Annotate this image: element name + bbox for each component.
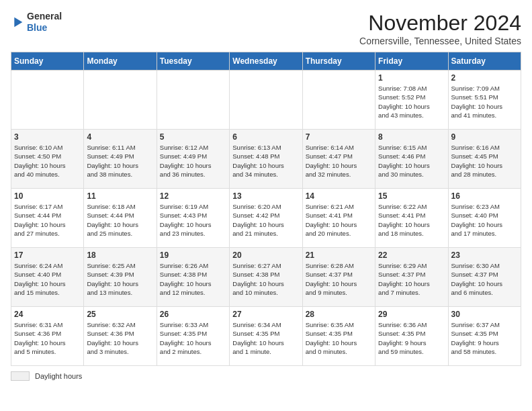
logo: General Blue	[11, 11, 62, 34]
legend-box	[11, 371, 30, 381]
day-number: 8	[378, 132, 445, 142]
calendar-day-header: Monday	[84, 52, 157, 71]
day-number: 14	[306, 191, 372, 201]
calendar-cell: 28Sunrise: 6:35 AM Sunset: 4:35 PM Dayli…	[302, 307, 375, 366]
day-number: 22	[378, 250, 445, 260]
calendar-cell: 17Sunrise: 6:24 AM Sunset: 4:40 PM Dayli…	[11, 248, 84, 307]
day-number: 19	[160, 250, 226, 260]
calendar-cell: 3Sunrise: 6:10 AM Sunset: 4:50 PM Daylig…	[11, 130, 84, 189]
svg-marker-0	[14, 17, 22, 27]
calendar-day-header: Tuesday	[157, 52, 229, 71]
day-info: Sunrise: 6:16 AM Sunset: 4:45 PM Dayligh…	[451, 143, 518, 179]
calendar-cell: 7Sunrise: 6:14 AM Sunset: 4:47 PM Daylig…	[302, 130, 375, 189]
logo-icon	[11, 15, 24, 29]
logo-text: General Blue	[27, 11, 62, 34]
day-number: 21	[306, 250, 372, 260]
day-number: 15	[378, 191, 445, 201]
calendar-cell: 1Sunrise: 7:08 AM Sunset: 5:52 PM Daylig…	[375, 71, 448, 130]
day-number: 1	[378, 73, 445, 83]
month-title: November 2024	[359, 11, 521, 36]
day-number: 12	[160, 191, 226, 201]
day-info: Sunrise: 7:09 AM Sunset: 5:51 PM Dayligh…	[451, 84, 518, 120]
calendar-day-header: Sunday	[11, 52, 84, 71]
day-number: 7	[306, 132, 372, 142]
calendar-table: SundayMondayTuesdayWednesdayThursdayFrid…	[11, 52, 521, 366]
calendar-cell	[302, 71, 375, 130]
calendar-week-row: 17Sunrise: 6:24 AM Sunset: 4:40 PM Dayli…	[11, 248, 521, 307]
day-number: 13	[232, 191, 299, 201]
day-number: 18	[87, 250, 153, 260]
day-info: Sunrise: 6:14 AM Sunset: 4:47 PM Dayligh…	[306, 143, 372, 179]
day-info: Sunrise: 6:34 AM Sunset: 4:35 PM Dayligh…	[232, 320, 299, 356]
calendar-day-header: Saturday	[448, 52, 521, 71]
day-number: 29	[378, 310, 445, 319]
page-header: General Blue November 2024 Cornersville,…	[11, 11, 521, 46]
calendar-cell: 11Sunrise: 6:18 AM Sunset: 4:44 PM Dayli…	[84, 189, 157, 248]
day-number: 25	[87, 310, 153, 319]
day-number: 27	[232, 310, 299, 319]
calendar-cell: 9Sunrise: 6:16 AM Sunset: 4:45 PM Daylig…	[448, 130, 521, 189]
day-info: Sunrise: 6:11 AM Sunset: 4:49 PM Dayligh…	[87, 143, 153, 179]
calendar-day-header: Thursday	[302, 52, 375, 71]
calendar-cell: 15Sunrise: 6:22 AM Sunset: 4:41 PM Dayli…	[375, 189, 448, 248]
calendar-cell: 23Sunrise: 6:30 AM Sunset: 4:37 PM Dayli…	[448, 248, 521, 307]
day-number: 30	[451, 310, 518, 319]
calendar-cell: 22Sunrise: 6:29 AM Sunset: 4:37 PM Dayli…	[375, 248, 448, 307]
day-info: Sunrise: 6:18 AM Sunset: 4:44 PM Dayligh…	[87, 202, 153, 238]
day-number: 9	[451, 132, 518, 142]
title-block: November 2024 Cornersville, Tennessee, U…	[359, 11, 521, 46]
calendar-cell: 8Sunrise: 6:15 AM Sunset: 4:46 PM Daylig…	[375, 130, 448, 189]
calendar-header-row: SundayMondayTuesdayWednesdayThursdayFrid…	[11, 52, 521, 71]
calendar-cell: 19Sunrise: 6:26 AM Sunset: 4:38 PM Dayli…	[157, 248, 229, 307]
calendar-cell: 27Sunrise: 6:34 AM Sunset: 4:35 PM Dayli…	[230, 307, 302, 366]
day-info: Sunrise: 6:37 AM Sunset: 4:35 PM Dayligh…	[451, 320, 518, 356]
calendar-cell: 24Sunrise: 6:31 AM Sunset: 4:36 PM Dayli…	[11, 307, 84, 366]
location: Cornersville, Tennessee, United States	[359, 36, 521, 46]
calendar-cell: 16Sunrise: 6:23 AM Sunset: 4:40 PM Dayli…	[448, 189, 521, 248]
day-number: 6	[232, 132, 299, 142]
day-number: 5	[160, 132, 226, 142]
day-number: 28	[306, 310, 372, 319]
day-info: Sunrise: 6:33 AM Sunset: 4:35 PM Dayligh…	[160, 320, 226, 356]
calendar-cell: 13Sunrise: 6:20 AM Sunset: 4:42 PM Dayli…	[230, 189, 302, 248]
day-info: Sunrise: 6:24 AM Sunset: 4:40 PM Dayligh…	[14, 261, 81, 297]
calendar-cell: 20Sunrise: 6:27 AM Sunset: 4:38 PM Dayli…	[230, 248, 302, 307]
day-info: Sunrise: 6:12 AM Sunset: 4:49 PM Dayligh…	[160, 143, 226, 179]
calendar-cell: 18Sunrise: 6:25 AM Sunset: 4:39 PM Dayli…	[84, 248, 157, 307]
day-number: 24	[14, 310, 81, 319]
calendar-cell: 5Sunrise: 6:12 AM Sunset: 4:49 PM Daylig…	[157, 130, 229, 189]
calendar-week-row: 10Sunrise: 6:17 AM Sunset: 4:44 PM Dayli…	[11, 189, 521, 248]
legend: Daylight hours	[11, 371, 521, 381]
day-number: 4	[87, 132, 153, 142]
calendar-cell: 26Sunrise: 6:33 AM Sunset: 4:35 PM Dayli…	[157, 307, 229, 366]
day-info: Sunrise: 6:10 AM Sunset: 4:50 PM Dayligh…	[14, 143, 81, 179]
day-info: Sunrise: 6:35 AM Sunset: 4:35 PM Dayligh…	[306, 320, 372, 356]
calendar-cell: 12Sunrise: 6:19 AM Sunset: 4:43 PM Dayli…	[157, 189, 229, 248]
day-info: Sunrise: 6:27 AM Sunset: 4:38 PM Dayligh…	[232, 261, 299, 297]
day-number: 16	[451, 191, 518, 201]
day-number: 26	[160, 310, 226, 319]
calendar-week-row: 24Sunrise: 6:31 AM Sunset: 4:36 PM Dayli…	[11, 307, 521, 366]
day-info: Sunrise: 6:31 AM Sunset: 4:36 PM Dayligh…	[14, 320, 81, 356]
day-info: Sunrise: 6:25 AM Sunset: 4:39 PM Dayligh…	[87, 261, 153, 297]
day-info: Sunrise: 6:20 AM Sunset: 4:42 PM Dayligh…	[232, 202, 299, 238]
day-info: Sunrise: 6:26 AM Sunset: 4:38 PM Dayligh…	[160, 261, 226, 297]
calendar-day-header: Wednesday	[230, 52, 302, 71]
calendar-cell	[11, 71, 84, 130]
calendar-cell: 29Sunrise: 6:36 AM Sunset: 4:35 PM Dayli…	[375, 307, 448, 366]
calendar-cell: 10Sunrise: 6:17 AM Sunset: 4:44 PM Dayli…	[11, 189, 84, 248]
calendar-cell	[230, 71, 302, 130]
day-info: Sunrise: 6:13 AM Sunset: 4:48 PM Dayligh…	[232, 143, 299, 179]
calendar-cell: 6Sunrise: 6:13 AM Sunset: 4:48 PM Daylig…	[230, 130, 302, 189]
calendar-cell: 30Sunrise: 6:37 AM Sunset: 4:35 PM Dayli…	[448, 307, 521, 366]
day-info: Sunrise: 6:28 AM Sunset: 4:37 PM Dayligh…	[306, 261, 372, 297]
day-number: 17	[14, 250, 81, 260]
day-number: 10	[14, 191, 81, 201]
day-info: Sunrise: 6:21 AM Sunset: 4:41 PM Dayligh…	[306, 202, 372, 238]
day-info: Sunrise: 6:30 AM Sunset: 4:37 PM Dayligh…	[451, 261, 518, 297]
day-number: 3	[14, 132, 81, 142]
day-info: Sunrise: 6:22 AM Sunset: 4:41 PM Dayligh…	[378, 202, 445, 238]
day-info: Sunrise: 6:36 AM Sunset: 4:35 PM Dayligh…	[378, 320, 445, 356]
day-info: Sunrise: 7:08 AM Sunset: 5:52 PM Dayligh…	[378, 84, 445, 120]
day-info: Sunrise: 6:15 AM Sunset: 4:46 PM Dayligh…	[378, 143, 445, 179]
